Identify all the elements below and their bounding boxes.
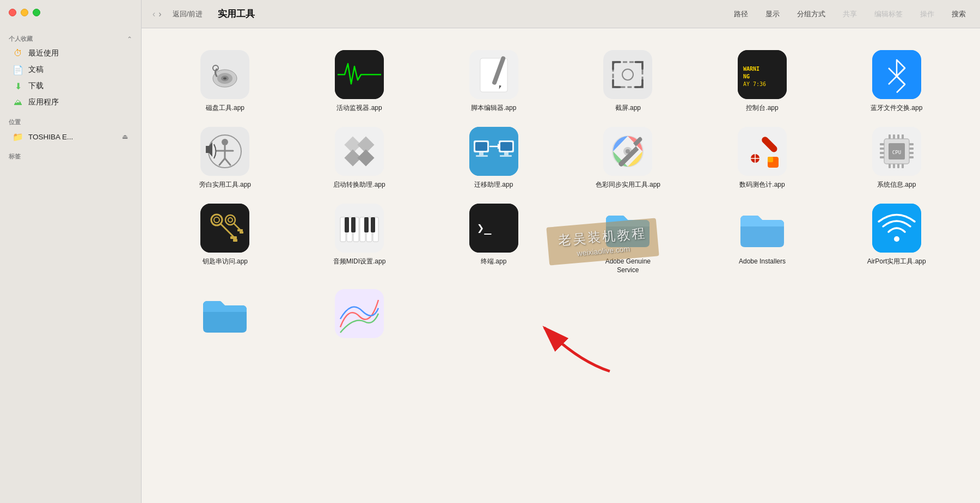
adobe-genuine-label: Adobe Genuine Service — [595, 257, 660, 275]
svg-rect-61 — [909, 148, 914, 150]
console-icon: WARNI NG AY 7:36 — [738, 50, 787, 99]
share-button[interactable]: 共享 — [840, 8, 860, 21]
actions-button[interactable]: 操作 — [917, 8, 938, 21]
display-button[interactable]: 显示 — [762, 8, 783, 21]
app-airport[interactable]: AirPort实用工具.app — [829, 195, 964, 281]
location-section-header: 位置 — [0, 111, 141, 128]
system-info-icon: CPU — [872, 127, 921, 176]
script-editor-icon — [469, 50, 518, 99]
app-folder-extra[interactable] — [158, 280, 292, 348]
app-activity-monitor[interactable]: 活动监视器.app — [292, 41, 427, 118]
digital-color-label: 数码测色计.app — [739, 180, 785, 189]
svg-rect-71 — [902, 164, 904, 168]
svg-rect-83 — [237, 229, 243, 231]
clock-icon: ⏱ — [13, 48, 23, 58]
app-screenshot[interactable]: 截屏.app — [561, 41, 695, 118]
app-migration[interactable]: 迁移助理.app — [426, 118, 561, 195]
svg-rect-84 — [240, 231, 243, 234]
svg-rect-62 — [909, 152, 914, 154]
edit-tags-button[interactable]: 编辑标签 — [871, 8, 906, 21]
app-console[interactable]: WARNI NG AY 7:36 控制台.app — [695, 41, 830, 118]
svg-rect-59 — [880, 156, 884, 158]
minimize-button[interactable] — [21, 9, 28, 16]
toolbar-actions: 路径 显示 分组方式 共享 编辑标签 操作 搜索 — [731, 8, 969, 21]
content: 磁盘工具.app 活动监视器.app — [142, 28, 980, 361]
app-bluetooth[interactable]: 蓝牙文件交换.app — [829, 41, 964, 118]
migration-icon — [469, 127, 518, 176]
sidebar-item-toshiba[interactable]: 📁 TOSHIBA E... ⏏ — [4, 129, 137, 144]
app-adobe-installers[interactable]: Adobe Installers — [695, 195, 830, 281]
doc-icon: 📄 — [13, 65, 23, 75]
disk-utility-icon — [200, 50, 249, 99]
sidebar-applications-label: 应用程序 — [28, 97, 59, 107]
app-adobe-genuine[interactable]: Adobe Genuine Service — [561, 195, 695, 281]
svg-rect-43 — [500, 142, 512, 151]
airport-label: AirPort实用工具.app — [867, 257, 926, 266]
app-system-info[interactable]: CPU 系统信息.app — [829, 118, 964, 195]
search-button[interactable]: 搜索 — [948, 8, 969, 21]
sidebar-item-applications[interactable]: ⛰ 应用程序 — [4, 95, 137, 110]
bluetooth-label: 蓝牙文件交换.app — [871, 103, 922, 113]
maximize-button[interactable] — [33, 9, 40, 16]
page-title: 实用工具 — [218, 8, 720, 20]
svg-rect-66 — [897, 134, 899, 139]
migration-label: 迁移助理.app — [474, 180, 513, 189]
svg-rect-37 — [479, 152, 483, 155]
app-colorsync[interactable]: 色彩同步实用工具.app — [561, 118, 695, 195]
app-terminal[interactable]: ❯_ 终端.app — [426, 195, 561, 281]
app-accessibility[interactable]: 旁白实用工具.app — [158, 118, 292, 195]
svg-rect-60 — [909, 143, 914, 145]
colorsync-icon — [603, 127, 652, 176]
favorites-collapse[interactable]: ⌃ — [127, 35, 132, 43]
colorsync-label: 色彩同步实用工具.app — [596, 180, 660, 189]
back-button[interactable]: ‹ — [152, 9, 155, 19]
svg-rect-65 — [893, 134, 895, 139]
svg-rect-95 — [371, 217, 375, 232]
bootcamp-label: 启动转换助理.app — [333, 180, 385, 189]
traffic-lights — [9, 9, 40, 16]
app-icon-sidebar: ⛰ — [13, 97, 23, 107]
svg-rect-93 — [351, 217, 356, 232]
app-grid-row1: 磁盘工具.app 活动监视器.app — [158, 41, 964, 118]
app-disk-utility[interactable]: 磁盘工具.app — [158, 41, 292, 118]
terminal-icon: ❯_ — [469, 204, 518, 253]
sidebar-item-documents[interactable]: 📄 文稿 — [4, 62, 137, 77]
svg-text:NG: NG — [743, 73, 750, 79]
toolbar: ‹ › 返回/前进 实用工具 路径 显示 分组方式 共享 编辑标签 操作 搜索 — [142, 0, 980, 28]
download-icon: ⬇ — [13, 81, 23, 91]
adobe-installers-icon — [738, 204, 787, 253]
svg-rect-42 — [475, 142, 487, 151]
app-grapher[interactable] — [292, 280, 427, 348]
adobe-genuine-icon — [603, 204, 652, 253]
svg-rect-92 — [345, 217, 349, 232]
favorites-section-header: 个人收藏 ⌃ — [0, 27, 141, 45]
app-audio-midi[interactable]: 音频MIDI设置.app — [292, 195, 427, 281]
app-grid-row3: 钥匙串访问.app — [158, 195, 964, 281]
sidebar-item-recent[interactable]: ⏱ 最近使用 — [4, 46, 137, 61]
svg-rect-29 — [335, 127, 384, 176]
eject-icon[interactable]: ⏏ — [122, 133, 128, 140]
app-digital-color[interactable]: 数码测色计.app — [695, 118, 830, 195]
sidebar-item-downloads[interactable]: ⬇ 下载 — [4, 78, 137, 94]
group-button[interactable]: 分组方式 — [794, 8, 829, 21]
toolbar-nav-buttons: ‹ › — [152, 9, 162, 19]
screenshot-icon — [603, 50, 652, 99]
svg-rect-78 — [230, 236, 237, 239]
app-script-editor[interactable]: 脚本编辑器.app — [426, 41, 561, 118]
svg-point-4 — [223, 77, 226, 79]
sidebar-documents-label: 文稿 — [28, 65, 44, 75]
digital-color-icon — [738, 127, 787, 176]
path-button[interactable]: 路径 — [731, 8, 751, 21]
svg-point-99 — [894, 236, 899, 242]
app-bootcamp[interactable]: 启动转换助理.app — [292, 118, 427, 195]
audio-midi-icon — [335, 204, 384, 253]
activity-monitor-icon — [335, 50, 384, 99]
main-area: ‹ › 返回/前进 实用工具 路径 显示 分组方式 共享 编辑标签 操作 搜索 — [142, 0, 980, 503]
audio-midi-label: 音频MIDI设置.app — [333, 257, 386, 266]
console-label: 控制台.app — [746, 103, 778, 113]
svg-text:AY 7:36: AY 7:36 — [743, 81, 766, 87]
close-button[interactable] — [9, 9, 16, 16]
forward-button[interactable]: › — [158, 9, 161, 19]
app-keychain[interactable]: 钥匙串访问.app — [158, 195, 292, 281]
bootcamp-icon — [335, 127, 384, 176]
